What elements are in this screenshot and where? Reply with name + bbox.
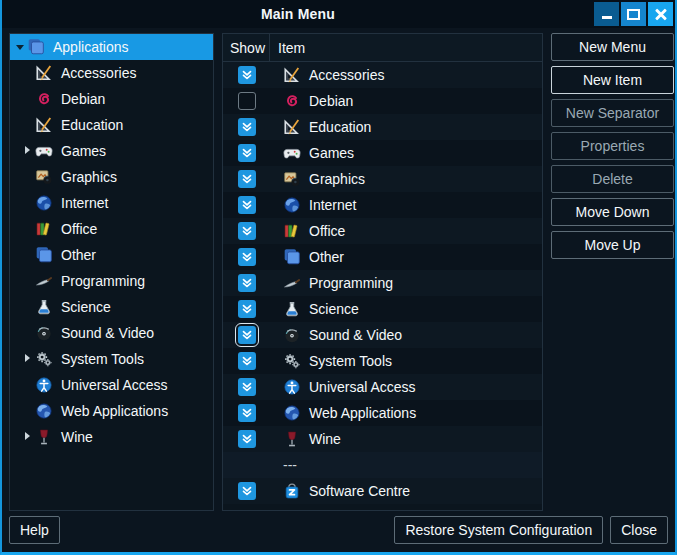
show-checkbox[interactable] xyxy=(238,92,256,110)
item-label: Debian xyxy=(309,93,353,109)
sidebar-item-label: Programming xyxy=(61,273,145,289)
expander-placeholder xyxy=(22,216,35,242)
move-up-button[interactable]: Move Up xyxy=(551,231,674,259)
item-row-accessories[interactable]: Accessories xyxy=(223,62,542,88)
show-checkbox[interactable] xyxy=(238,300,256,318)
item-list-rows: AccessoriesDebianEducationGamesGraphicsI… xyxy=(223,62,542,504)
column-header-item[interactable]: Item xyxy=(270,40,542,56)
item-row-system-tools[interactable]: System Tools xyxy=(223,348,542,374)
sidebar-item-label: System Tools xyxy=(61,351,144,367)
show-checkbox[interactable] xyxy=(238,378,256,396)
graphics-icon xyxy=(35,168,53,186)
show-checkbox[interactable] xyxy=(238,222,256,240)
item-label: Web Applications xyxy=(309,405,416,421)
item-row-debian[interactable]: Debian xyxy=(223,88,542,114)
show-checkbox[interactable] xyxy=(238,274,256,292)
item-row-games[interactable]: Games xyxy=(223,140,542,166)
sidebar-item-programming[interactable]: Programming xyxy=(10,268,213,294)
item-row-graphics[interactable]: Graphics xyxy=(223,166,542,192)
sidebar-item-other[interactable]: Other xyxy=(10,242,213,268)
new-menu-button[interactable]: New Menu xyxy=(551,33,674,61)
show-checkbox[interactable] xyxy=(238,118,256,136)
maximize-button[interactable] xyxy=(621,2,646,26)
window-controls xyxy=(594,2,673,26)
expander-placeholder xyxy=(22,190,35,216)
item-row-software-centre[interactable]: Software Centre xyxy=(223,478,542,504)
sidebar-item-internet[interactable]: Internet xyxy=(10,190,213,216)
item-label: Education xyxy=(309,119,371,135)
new-separator-button[interactable]: New Separator xyxy=(551,99,674,127)
show-checkbox[interactable] xyxy=(238,482,256,500)
sidebar-item-label: Universal Access xyxy=(61,377,168,393)
sidebar-item-sound-video[interactable]: Sound & Video xyxy=(10,320,213,346)
close-icon xyxy=(655,8,667,20)
expand-expander-icon[interactable] xyxy=(22,346,35,372)
help-button[interactable]: Help xyxy=(9,516,60,544)
move-down-button[interactable]: Move Down xyxy=(551,198,674,226)
sidebar-item-graphics[interactable]: Graphics xyxy=(10,164,213,190)
sidebar-item-label: Accessories xyxy=(61,65,136,81)
close-button[interactable] xyxy=(648,2,673,26)
footer-bar: Help Restore System Configuration Close xyxy=(2,516,675,552)
show-checkbox[interactable] xyxy=(238,66,256,84)
separator-row[interactable]: --- xyxy=(223,452,542,478)
sidebar-item-accessories[interactable]: Accessories xyxy=(10,60,213,86)
item-row-education[interactable]: Education xyxy=(223,114,542,140)
sidebar-item-science[interactable]: Science xyxy=(10,294,213,320)
expand-expander-icon[interactable] xyxy=(22,424,35,450)
item-row-web-applications[interactable]: Web Applications xyxy=(223,400,542,426)
education-icon xyxy=(35,116,53,134)
main-content: ApplicationsAccessoriesDebianEducationGa… xyxy=(2,28,675,516)
system-tools-icon xyxy=(283,352,301,370)
show-checkbox[interactable] xyxy=(238,326,256,344)
show-checkbox[interactable] xyxy=(238,352,256,370)
titlebar[interactable]: Main Menu xyxy=(2,0,675,28)
sidebar-item-education[interactable]: Education xyxy=(10,112,213,138)
item-row-wine[interactable]: Wine xyxy=(223,426,542,452)
new-item-button[interactable]: New Item xyxy=(551,66,674,94)
item-row-other[interactable]: Other xyxy=(223,244,542,270)
close-button[interactable]: Close xyxy=(610,516,668,544)
sidebar-item-debian[interactable]: Debian xyxy=(10,86,213,112)
column-header-show[interactable]: Show xyxy=(223,34,270,61)
science-icon xyxy=(283,300,301,318)
item-label: Office xyxy=(309,223,345,239)
show-checkbox[interactable] xyxy=(238,430,256,448)
sidebar-item-applications[interactable]: Applications xyxy=(10,34,213,60)
show-checkbox[interactable] xyxy=(238,404,256,422)
expander-placeholder xyxy=(22,372,35,398)
show-checkbox[interactable] xyxy=(238,170,256,188)
window-title: Main Menu xyxy=(2,6,594,22)
delete-button[interactable]: Delete xyxy=(551,165,674,193)
action-buttons: New MenuNew ItemNew SeparatorPropertiesD… xyxy=(551,33,674,511)
sidebar-item-label: Sound & Video xyxy=(61,325,154,341)
programming-icon xyxy=(283,274,301,292)
item-row-programming[interactable]: Programming xyxy=(223,270,542,296)
item-row-science[interactable]: Science xyxy=(223,296,542,322)
sidebar-item-universal-access[interactable]: Universal Access xyxy=(10,372,213,398)
restore-system-configuration-button[interactable]: Restore System Configuration xyxy=(394,516,603,544)
show-checkbox[interactable] xyxy=(238,144,256,162)
minimize-button[interactable] xyxy=(594,2,619,26)
collapse-expander-icon[interactable] xyxy=(14,34,27,60)
item-row-office[interactable]: Office xyxy=(223,218,542,244)
programming-icon xyxy=(35,272,53,290)
sidebar-item-office[interactable]: Office xyxy=(10,216,213,242)
sidebar-item-system-tools[interactable]: System Tools xyxy=(10,346,213,372)
item-row-universal-access[interactable]: Universal Access xyxy=(223,374,542,400)
item-row-sound-video[interactable]: Sound & Video xyxy=(223,322,542,348)
graphics-icon xyxy=(283,170,301,188)
sidebar-item-label: Applications xyxy=(53,39,129,55)
show-checkbox[interactable] xyxy=(238,248,256,266)
expand-expander-icon[interactable] xyxy=(22,138,35,164)
web-applications-icon xyxy=(283,404,301,422)
sidebar-item-wine[interactable]: Wine xyxy=(10,424,213,450)
show-checkbox[interactable] xyxy=(238,196,256,214)
sidebar-item-games[interactable]: Games xyxy=(10,138,213,164)
sidebar-item-web-applications[interactable]: Web Applications xyxy=(10,398,213,424)
item-label: Wine xyxy=(309,431,341,447)
item-row-internet[interactable]: Internet xyxy=(223,192,542,218)
properties-button[interactable]: Properties xyxy=(551,132,674,160)
wine-icon xyxy=(283,430,301,448)
item-label: Accessories xyxy=(309,67,384,83)
